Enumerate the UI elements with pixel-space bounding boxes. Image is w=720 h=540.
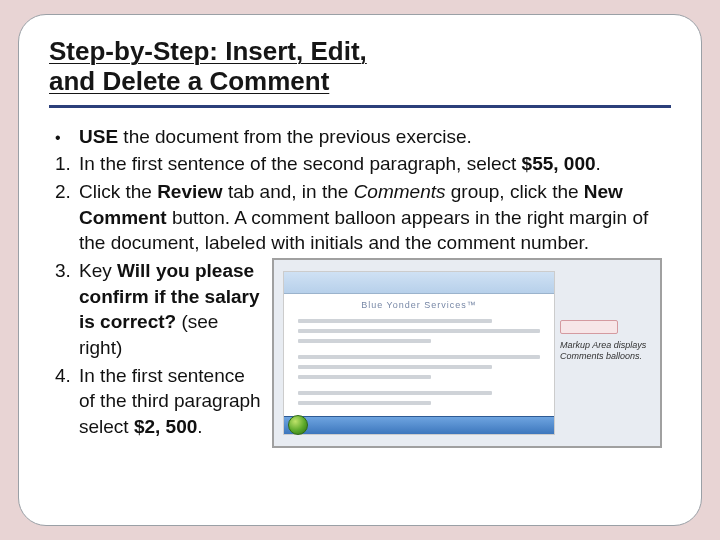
step2-comments: Comments	[354, 181, 446, 202]
step-4: In the first sentence of the third parag…	[55, 363, 264, 440]
fake-line	[298, 329, 540, 333]
step-1: In the first sentence of the second para…	[55, 151, 671, 177]
steps-list: In the first sentence of the second para…	[49, 151, 671, 256]
step2-c: group, click the	[445, 181, 583, 202]
bullet-dot: •	[55, 126, 79, 146]
side-caption-2: Comments balloons.	[560, 351, 654, 362]
step-2: Click the Review tab and, in the Comment…	[55, 179, 671, 256]
step1-bold: $55, 000	[522, 153, 596, 174]
step3-a: Key	[79, 260, 117, 281]
step2-b: tab and, in the	[223, 181, 354, 202]
screenshot-illustration: Blue Yonder Services™	[272, 258, 671, 448]
title-divider	[49, 105, 671, 108]
step1-b: .	[596, 153, 601, 174]
title-line-2: and Delete a Comment	[49, 66, 329, 96]
fake-line	[298, 391, 492, 395]
slide-title: Step-by-Step: Insert, Edit, and Delete a…	[49, 37, 671, 97]
step4-bold: $2, 500	[134, 416, 197, 437]
fake-line	[298, 401, 431, 405]
step-3: Key Will you please confirm if the salar…	[55, 258, 264, 361]
ribbon-bar	[284, 272, 554, 294]
fake-line	[298, 355, 540, 359]
fake-line	[298, 319, 492, 323]
use-rest: the document from the previous exercise.	[118, 126, 472, 147]
step2-a: Click the	[79, 181, 157, 202]
start-orb-icon	[288, 415, 308, 435]
steps-list-cont: Key Will you please confirm if the salar…	[49, 258, 264, 439]
comment-balloon	[560, 320, 618, 334]
slide-card: Step-by-Step: Insert, Edit, and Delete a…	[18, 14, 702, 526]
step2-review: Review	[157, 181, 222, 202]
taskbar	[284, 416, 554, 434]
markup-area: Markup Area displays Comments balloons.	[558, 260, 660, 446]
use-bullet: • USE the document from the previous exe…	[49, 124, 671, 150]
step4-b: .	[197, 416, 202, 437]
side-caption-1: Markup Area displays	[560, 340, 654, 351]
steps-3-4-wrap: Key Will you please confirm if the salar…	[49, 258, 671, 448]
steps-3-4-text: Key Will you please confirm if the salar…	[49, 258, 264, 448]
step1-a: In the first sentence of the second para…	[79, 153, 522, 174]
use-text: USE the document from the previous exerc…	[79, 124, 671, 150]
word-screenshot: Blue Yonder Services™	[272, 258, 662, 448]
title-line-1: Step-by-Step: Insert, Edit,	[49, 36, 367, 66]
fake-line	[298, 375, 431, 379]
fake-line	[298, 365, 492, 369]
fake-line	[298, 339, 431, 343]
doc-heading: Blue Yonder Services™	[298, 300, 540, 310]
document-page: Blue Yonder Services™	[284, 272, 554, 434]
use-bold: USE	[79, 126, 118, 147]
